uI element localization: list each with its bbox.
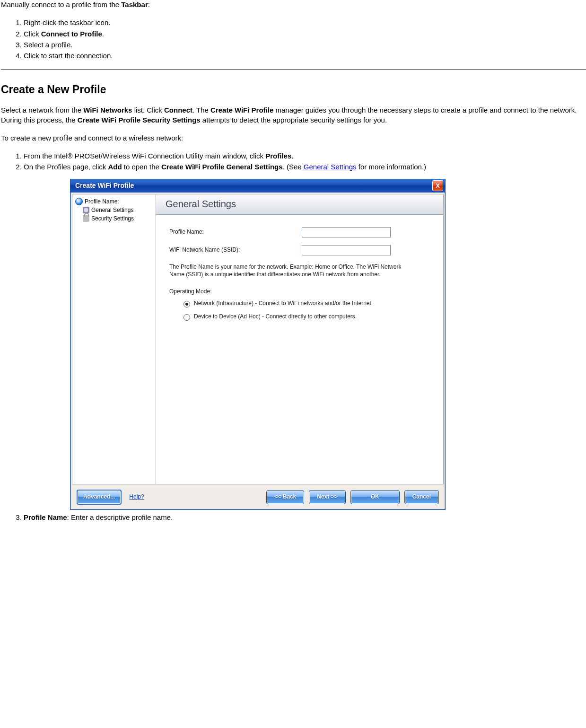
dialog-title: Create WiFi Profile [75, 181, 432, 190]
bold: Create WiFi Profile [210, 106, 273, 114]
general-settings-body: Profile Name: WiFi Network Name (SSID): … [156, 215, 443, 327]
advanced-button[interactable]: Advanced... [77, 490, 122, 505]
dialog-container: Create WiFi Profile X Profile Name: Gene… [70, 179, 586, 510]
dialog-tree: Profile Name: General Settings Security … [72, 194, 156, 484]
operating-mode-label: Operating Mode: [169, 288, 437, 295]
step-text: On the Profiles page, click [24, 163, 108, 171]
text: Select a network from the [1, 106, 83, 114]
create-wifi-profile-dialog: Create WiFi Profile X Profile Name: Gene… [70, 179, 446, 510]
back-button[interactable]: << Back [266, 490, 304, 504]
list-item: From the Intel® PROSet/Wireless WiFi Con… [24, 151, 586, 161]
profile-name-input[interactable] [302, 227, 391, 237]
next-button[interactable]: Next >> [309, 490, 345, 504]
list-item: Profile Name: Enter a descriptive profil… [24, 513, 586, 522]
dialog-button-bar: Advanced... Help? << Back Next >> OK Can… [72, 486, 444, 508]
operating-mode-infrastructure[interactable]: Network (Infrastructure) - Connect to Wi… [184, 300, 429, 307]
tree-label: Security Settings [91, 215, 134, 222]
radio-icon [184, 301, 190, 307]
ssid-input[interactable] [302, 245, 391, 255]
step-bold: Add [108, 163, 122, 171]
intro-paragraph: Manually connect to a profile from the T… [1, 0, 586, 9]
intro-text-post: : [148, 0, 150, 9]
dialog-body: Profile Name: General Settings Security … [72, 194, 444, 484]
step-text: . [102, 30, 104, 38]
intro-bold: Taskbar [121, 0, 148, 9]
list-item: Click to start the connection. [24, 51, 586, 61]
step-text: Select a profile. [24, 41, 72, 49]
general-settings-header: General Settings [156, 194, 443, 215]
radio-label: Device to Device (Ad Hoc) - Connect dire… [194, 313, 429, 321]
create-profile-steps: From the Intel® PROSet/Wireless WiFi Con… [1, 151, 586, 522]
step-bold: Profile Name [24, 513, 67, 521]
bold: Connect [164, 106, 192, 114]
dialog-right-pane: General Settings Profile Name: WiFi Netw… [156, 194, 443, 484]
lock-icon [83, 215, 89, 222]
divider [1, 69, 586, 70]
general-settings-link[interactable]: General Settings [302, 163, 357, 171]
tree-label: General Settings [91, 206, 133, 214]
step-text: for more information.) [357, 163, 427, 171]
ssid-row: WiFi Network Name (SSID): [169, 245, 437, 255]
text: . The [192, 106, 210, 114]
dialog-titlebar[interactable]: Create WiFi Profile X [70, 179, 445, 193]
cancel-button[interactable]: Cancel [404, 490, 439, 504]
gear-icon [83, 207, 89, 213]
step-text: to open the [122, 163, 161, 171]
step-text: Click [24, 30, 41, 38]
step-bold: Create WiFi Profile General Settings [161, 163, 283, 171]
radio-icon [184, 314, 190, 321]
text: list. Click [132, 106, 164, 114]
list-item: On the Profiles page, click Add to open … [24, 162, 586, 509]
profile-name-label: Profile Name: [169, 228, 302, 236]
list-item: Select a profile. [24, 40, 586, 50]
bold: WiFi Networks [83, 106, 132, 114]
step-text: From the Intel® PROSet/Wireless WiFi Con… [24, 152, 265, 160]
step-bold: Connect to Profile [41, 30, 102, 38]
tree-item-security[interactable]: Security Settings [74, 214, 156, 223]
intro-text: Manually connect to a profile from the [1, 0, 121, 9]
step-bold: Profiles [265, 152, 291, 160]
tree-label: Profile Name: [85, 198, 119, 205]
tree-root[interactable]: Profile Name: [74, 197, 156, 206]
create-profile-paragraph: Select a network from the WiFi Networks … [1, 105, 586, 125]
section-heading: Create a New Profile [1, 83, 586, 96]
step-text: : Enter a descriptive profile name. [67, 513, 173, 521]
list-item: Click Connect to Profile. [24, 29, 586, 39]
globe-icon [75, 198, 83, 205]
ssid-label: WiFi Network Name (SSID): [169, 246, 302, 254]
text: attempts to detect the appropriate secur… [201, 116, 387, 124]
ok-button[interactable]: OK [350, 490, 400, 504]
profile-name-note: The Profile Name is your name for the ne… [169, 263, 411, 278]
step-text: . (See [283, 163, 302, 171]
profile-name-row: Profile Name: [169, 227, 437, 237]
create-profile-lead: To create a new profile and connect to a… [1, 133, 586, 143]
help-link[interactable]: Help? [129, 493, 144, 500]
close-icon[interactable]: X [432, 180, 443, 191]
list-item: Right-click the taskbar icon. [24, 18, 586, 27]
bold: Create WiFi Profile Security Settings [78, 116, 201, 124]
step-text: . [291, 152, 293, 160]
step-text: Click to start the connection. [24, 52, 113, 60]
taskbar-steps-list: Right-click the taskbar icon. Click Conn… [1, 18, 586, 61]
operating-mode-adhoc[interactable]: Device to Device (Ad Hoc) - Connect dire… [184, 313, 429, 321]
radio-label: Network (Infrastructure) - Connect to Wi… [194, 300, 429, 307]
step-text: Right-click the taskbar icon. [24, 18, 110, 26]
